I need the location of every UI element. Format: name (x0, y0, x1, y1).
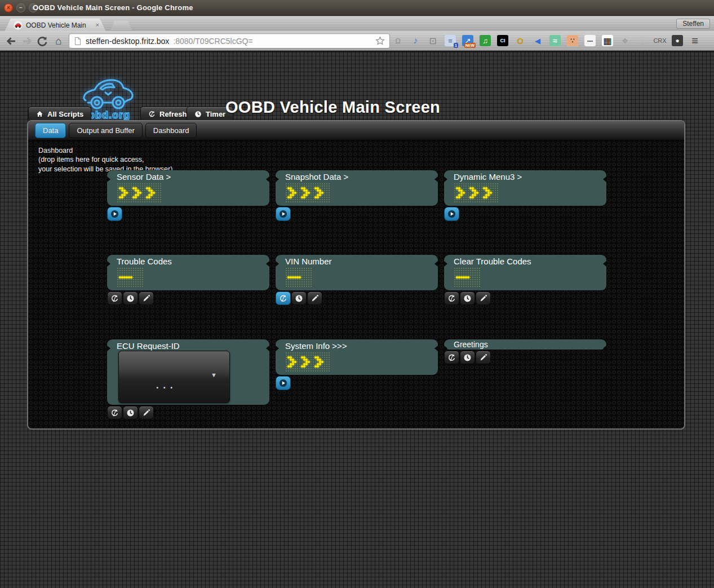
tile-title: Dynamic Menu3 > (444, 170, 606, 182)
refresh-button[interactable] (444, 291, 459, 305)
dashboard-tile-cell: System Info >>> ▼ (276, 339, 438, 424)
list-extension-icon-badge: 1 (454, 43, 458, 48)
shield-icon[interactable]: ● (672, 35, 683, 46)
window-titlebar: × − □ OOBD Vehicle Main Screen - Google … (0, 0, 714, 16)
play-button[interactable] (276, 207, 291, 221)
tile-dropdown[interactable]: ... ▼ (118, 351, 230, 403)
browser-tab-title: OOBD Vehicle Main (26, 21, 86, 29)
tile-controls (276, 291, 438, 305)
tile-led-matrix (454, 183, 606, 203)
edit-button[interactable] (307, 291, 322, 305)
tab-data[interactable]: Data (35, 123, 66, 138)
crx-label[interactable]: CRX (654, 35, 666, 46)
all-scripts-button[interactable]: All Scripts (28, 107, 91, 121)
dashboard-tile[interactable]: ECU Request-ID ... ▼ (107, 339, 269, 405)
arrow-new-extension-icon[interactable]: ↗NEW (462, 35, 473, 46)
face-icon[interactable]: ∵ (567, 35, 578, 46)
edit-button[interactable] (139, 291, 154, 305)
dashboard-tile[interactable]: Sensor Data > ▼ (107, 170, 269, 206)
home-icon[interactable]: ⌂ (53, 36, 64, 47)
tile-title: Trouble Codes (107, 255, 269, 266)
timer-button[interactable] (123, 406, 138, 419)
refresh-button[interactable] (444, 351, 459, 364)
browser-tab[interactable]: OOBD Vehicle Main × (5, 19, 106, 32)
page-title: OOBD Vehicle Main Screen (225, 98, 440, 117)
url-path: :8080/T09CRC5lcGQ= (173, 37, 252, 46)
refresh-icon (148, 110, 156, 118)
lock-icon[interactable]: ⊓ (637, 35, 648, 46)
play-button[interactable] (107, 207, 122, 221)
tile-controls (276, 376, 438, 390)
forward-icon[interactable] (21, 36, 33, 47)
play-button[interactable] (276, 376, 291, 390)
document-extension-icon[interactable]: ❖ (619, 35, 631, 46)
timer-button[interactable] (291, 291, 307, 305)
chromecast-icon[interactable]: ⊡ (427, 35, 438, 46)
tab-close-icon[interactable]: × (96, 22, 99, 28)
dashboard-tile-cell: Clear Trouble Codes ▼ (444, 255, 606, 339)
tile-title: Greetings (444, 339, 606, 350)
tile-led-matrix (285, 352, 438, 372)
browser-tabstrip: OOBD Vehicle Main × Steffen (0, 16, 714, 31)
ci-extension-icon[interactable]: CI (497, 35, 508, 46)
timer-button[interactable] (460, 291, 475, 305)
panel-tabbar: Data Output and Buffer Dashboard (28, 121, 684, 140)
dashboard-content: Dashboard (drop items here for quick acc… (28, 140, 684, 428)
dashboard-tile[interactable]: Greetings ▼ (444, 339, 606, 350)
tab-output-and-buffer[interactable]: Output and Buffer (69, 123, 142, 138)
home-icon (36, 110, 43, 118)
list-extension-icon[interactable]: ≡1 (445, 35, 456, 46)
refresh-button[interactable] (107, 291, 122, 305)
ring-icon[interactable]: O (515, 35, 526, 46)
edit-button[interactable] (139, 406, 154, 419)
reload-icon[interactable] (37, 36, 48, 47)
tile-grid: Sensor Data > ▼ Snapshot Data > ▼ Dynami… (107, 170, 606, 424)
dashboard-note: Dashboard (drop items here for quick acc… (38, 146, 172, 174)
edit-button[interactable] (476, 291, 491, 305)
address-bar[interactable]: steffen-desktop.fritz.box:8080/T09CRC5lc… (69, 33, 390, 48)
waveform-icon[interactable]: ≈ (549, 35, 561, 46)
tab-dashboard[interactable]: Dashboard (145, 123, 197, 138)
tile-controls (107, 291, 269, 305)
password-manager-icon[interactable]: •••• (584, 35, 596, 46)
edit-button[interactable] (476, 351, 491, 364)
tile-title: Clear Trouble Codes (444, 255, 606, 266)
refresh-button[interactable] (276, 291, 291, 305)
megaphone-icon[interactable]: ◀ (532, 35, 543, 46)
qr-code-icon[interactable]: ▦ (602, 35, 613, 46)
window-title: OOBD Vehicle Main Screen - Google Chrome (33, 3, 193, 12)
back-icon[interactable] (6, 36, 17, 47)
tile-led-matrix (117, 267, 269, 288)
refresh-button[interactable] (107, 406, 122, 419)
timer-button[interactable] (123, 291, 138, 305)
dashboard-tile-cell: Greetings ▼ (444, 339, 606, 424)
speaker-icon[interactable]: ♫ (480, 35, 491, 46)
dashboard-tile[interactable]: Clear Trouble Codes ▼ (444, 255, 606, 290)
notification-bell-icon[interactable]: Ω (392, 35, 403, 46)
tile-title: Sensor Data > (107, 170, 269, 182)
window-close-button[interactable]: × (4, 3, 13, 12)
dashboard-tile[interactable]: System Info >>> ▼ (276, 339, 438, 375)
music-note-icon[interactable]: ♪ (410, 35, 421, 46)
extension-icons-row: Ω♪⊡≡1↗NEW♫CIO◀≈∵••••▦❖⊓CRX●≡ (392, 35, 700, 46)
browser-toolbar: ⌂ steffen-desktop.fritz.box:8080/T09CRC5… (0, 31, 714, 51)
timer-button[interactable] (460, 351, 475, 364)
tile-controls (444, 291, 606, 305)
favicon-car-icon (14, 21, 23, 30)
dashboard-tile-cell: Sensor Data > ▼ (107, 170, 269, 255)
dashboard-tile[interactable]: Dynamic Menu3 > ▼ (444, 170, 606, 206)
browser-menu-icon[interactable]: ≡ (689, 35, 700, 46)
main-panel: Data Output and Buffer Dashboard Dashboa… (27, 120, 685, 430)
bookmark-star-icon[interactable] (375, 36, 385, 46)
new-tab-button[interactable] (110, 21, 132, 30)
play-button[interactable] (444, 207, 459, 221)
dashboard-tile-cell: Dynamic Menu3 > ▼ (444, 170, 606, 255)
dashboard-tile[interactable]: Snapshot Data > ▼ (276, 170, 438, 206)
tile-led-matrix (285, 183, 438, 203)
profile-chip[interactable]: Steffen (676, 19, 710, 29)
dashboard-tile[interactable]: Trouble Codes ▼ (107, 255, 269, 290)
dashboard-tile-cell: ECU Request-ID ... ▼ (107, 339, 269, 424)
dashboard-tile[interactable]: VIN Number ▼ (276, 255, 438, 290)
arrow-new-extension-icon-badge: NEW (464, 43, 476, 48)
window-minimize-button[interactable]: − (16, 3, 25, 12)
